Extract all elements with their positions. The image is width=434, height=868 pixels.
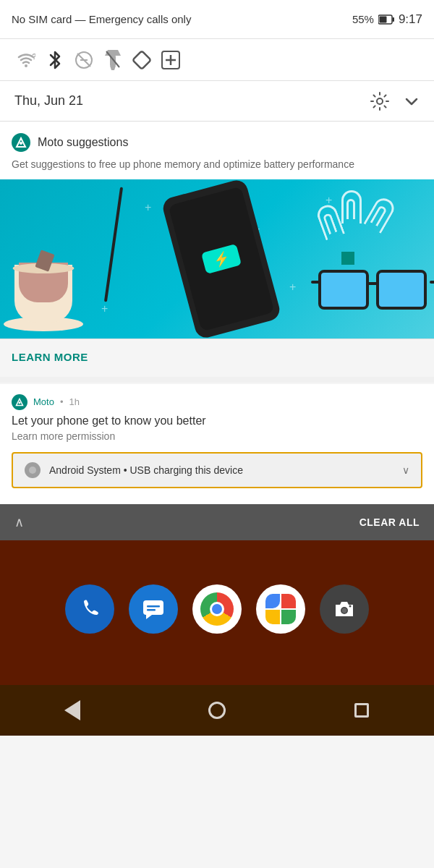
notification-panel: Moto suggestions Get suggestions to free… [0, 122, 434, 540]
svg-rect-12 [132, 51, 150, 69]
date-bar-icons [370, 92, 420, 111]
coffee-cup [0, 230, 94, 331]
moto-notif-icon [12, 394, 27, 410]
app-icon-camera[interactable] [320, 584, 369, 634]
moto-notif-app-name: Moto [33, 396, 54, 407]
home-button[interactable] [203, 696, 231, 725]
dnd-icon[interactable] [69, 46, 98, 75]
learn-more-button[interactable]: LEARN MORE [12, 351, 88, 363]
clear-all-button[interactable]: CLEAR ALL [359, 516, 420, 528]
settings-icon[interactable] [370, 92, 389, 111]
glasses [311, 266, 434, 324]
svg-text:?: ? [32, 52, 35, 61]
home-screen [0, 540, 434, 685]
svg-rect-2 [379, 16, 386, 22]
app-icon-phone[interactable] [65, 584, 114, 634]
date-bar: Thu, Jun 21 [0, 81, 434, 122]
paperclip-1 [341, 190, 362, 224]
home-icon [208, 702, 226, 719]
android-notif-text: Android System • USB charging this devic… [49, 464, 393, 476]
deco-dot [341, 252, 354, 265]
sim-status-text: No SIM card — Emergency calls only [12, 13, 191, 25]
svg-rect-21 [143, 600, 163, 615]
svg-marker-22 [146, 615, 152, 619]
svg-point-18 [20, 142, 22, 145]
learn-more-section[interactable]: LEARN MORE [0, 339, 434, 375]
moto-notif-time: 1h [69, 396, 79, 407]
notif-header: Moto • 1h [12, 394, 422, 410]
svg-rect-23 [147, 605, 160, 608]
svg-marker-10 [110, 66, 116, 70]
flashlight-icon[interactable] [98, 46, 127, 75]
moto-notification-card[interactable]: Moto • 1h Let your phone get to know you… [0, 384, 434, 504]
svg-rect-1 [392, 17, 394, 22]
status-right-icons: 55% 9:17 [352, 12, 422, 27]
moto-notif-subtitle: Learn more permission [12, 430, 422, 442]
paperclip-2 [363, 195, 397, 234]
wifi-icon[interactable]: ? [12, 46, 41, 75]
battery-icon [378, 14, 394, 25]
svg-point-26 [342, 608, 347, 613]
phone-device: ⚡ [161, 179, 282, 339]
battery-percent: 55% [352, 13, 374, 25]
svg-rect-24 [147, 609, 156, 611]
app-icon-messages[interactable] [129, 584, 178, 634]
moto-icon [12, 133, 30, 152]
recents-button[interactable] [347, 696, 376, 725]
paperclip-3 [315, 202, 345, 240]
moto-suggestion-card[interactable]: Moto suggestions Get suggestions to free… [0, 122, 434, 375]
moto-notif-title: Let your phone get to know you better [12, 414, 422, 427]
navigation-bar [0, 685, 434, 736]
svg-point-20 [19, 401, 21, 404]
bluetooth-icon[interactable] [41, 46, 69, 75]
notif-dot: • [60, 396, 64, 407]
clear-all-bar: ∧ CLEAR ALL [0, 504, 434, 540]
svg-point-27 [349, 605, 352, 607]
back-button[interactable] [58, 696, 87, 725]
card-header: Moto suggestions [0, 122, 434, 158]
usb-cable [104, 187, 123, 302]
collapse-icon[interactable]: ∧ [14, 514, 24, 530]
add-tile-icon[interactable] [156, 46, 185, 75]
time-display: 9:17 [399, 12, 422, 27]
svg-point-3 [25, 64, 27, 67]
android-notif-chevron: ∨ [402, 464, 409, 476]
app-icon-photos[interactable] [256, 584, 305, 634]
separator-1 [0, 377, 434, 383]
android-system-notification[interactable]: Android System • USB charging this devic… [12, 452, 422, 488]
deco-plus-1: + [145, 201, 151, 214]
app-dock [65, 584, 369, 634]
date-display: Thu, Jun 21 [14, 93, 83, 109]
recents-icon [354, 703, 369, 718]
moto-suggestions-description: Get suggestions to free up phone memory … [0, 158, 434, 179]
android-system-icon [25, 462, 41, 478]
expand-icon[interactable] [404, 93, 420, 109]
quick-settings-bar: ? [0, 39, 434, 81]
moto-suggestion-image: + + + + + [0, 179, 434, 339]
deco-plus-3: + [289, 281, 296, 294]
back-icon [64, 700, 80, 720]
app-icon-chrome[interactable] [192, 584, 242, 634]
svg-point-16 [377, 98, 383, 104]
rotate-icon[interactable] [127, 46, 156, 75]
moto-suggestions-title: Moto suggestions [38, 136, 128, 149]
status-bar: No SIM card — Emergency calls only 55% 9… [0, 0, 434, 39]
deco-plus-5: + [101, 302, 108, 315]
